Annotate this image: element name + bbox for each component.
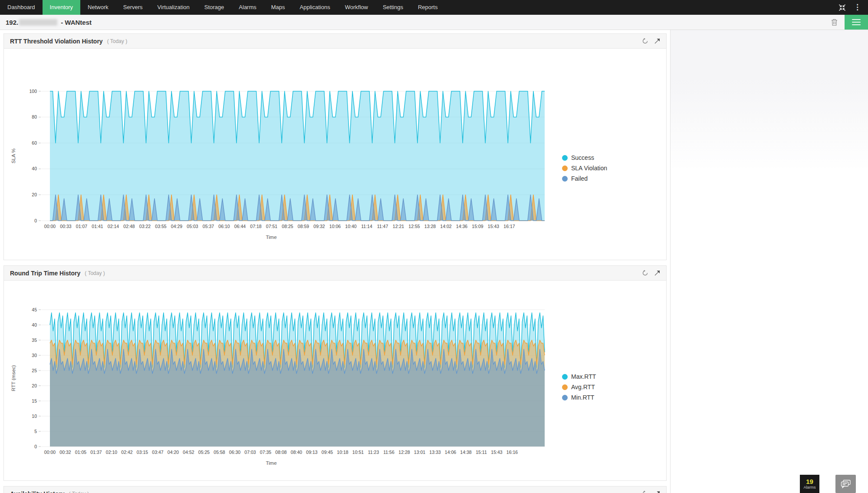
x-tick-label: 09:13	[306, 450, 317, 455]
y-axis-title: RTT (msec)	[11, 365, 16, 391]
x-tick-label: 08:08	[275, 450, 286, 455]
x-tick-label: 05:03	[187, 224, 198, 229]
y-tick-label: 40	[32, 322, 37, 328]
x-tick-label: 01:05	[75, 450, 86, 455]
x-tick-label: 03:15	[137, 450, 148, 455]
legend-item-sla-violation[interactable]: SLA Violation	[562, 165, 607, 172]
x-tick-label: 01:07	[76, 224, 87, 229]
y-tick-label: 60	[32, 140, 37, 146]
panel-availability-history: Availability History ( Today )	[3, 486, 667, 493]
legend-dot	[562, 395, 568, 400]
hamburger-menu-button[interactable]	[845, 15, 868, 30]
round-trip-time-chart: 05101520253035404500:0000:3201:0501:3702…	[7, 304, 547, 469]
x-tick-label: 03:55	[155, 224, 166, 229]
more-options-icon[interactable]: ⋮	[854, 0, 861, 15]
legend-dot	[562, 155, 568, 161]
y-tick-label: 35	[32, 337, 37, 343]
x-tick-label: 12:55	[408, 224, 420, 229]
nav-item-alarms[interactable]: Alarms	[231, 0, 263, 15]
x-tick-label: 09:45	[322, 450, 333, 455]
content-area: RTT Threshold Violation History ( Today …	[0, 30, 868, 493]
x-tick-label: 12:28	[398, 450, 410, 455]
x-tick-label: 10:18	[337, 450, 348, 455]
legend-item-failed[interactable]: Failed	[562, 175, 607, 182]
expand-icon[interactable]	[654, 270, 660, 276]
x-tick-label: 02:42	[121, 450, 132, 455]
legend-label: Min.RTT	[571, 394, 594, 401]
y-tick-label: 20	[32, 383, 37, 388]
nav-item-applications[interactable]: Applications	[293, 0, 338, 15]
device-ip-redacted	[19, 19, 57, 26]
x-tick-label: 14:36	[456, 224, 467, 229]
legend-item-avg-rtt[interactable]: Avg.RTT	[562, 384, 596, 390]
legend-item-success[interactable]: Success	[562, 154, 607, 161]
expand-icon[interactable]	[654, 38, 660, 44]
nav-item-maps[interactable]: Maps	[264, 0, 293, 15]
x-tick-label: 03:22	[139, 224, 151, 229]
x-tick-label: 08:25	[282, 224, 293, 229]
x-tick-label: 14:06	[445, 450, 456, 455]
x-tick-label: 11:14	[361, 224, 372, 229]
legend-label: Max.RTT	[571, 373, 596, 380]
x-tick-label: 15:43	[491, 450, 502, 455]
x-tick-label: 11:56	[383, 450, 395, 455]
expand-icon[interactable]	[654, 491, 660, 493]
device-bar: 192. - WANtest	[0, 15, 868, 30]
device-name: - WANtest	[61, 19, 92, 26]
nav-item-settings[interactable]: Settings	[375, 0, 411, 15]
x-tick-label: 05:58	[214, 450, 225, 455]
x-tick-label: 06:10	[218, 224, 230, 229]
nav-item-network[interactable]: Network	[80, 0, 116, 15]
nav-item-reports[interactable]: Reports	[411, 0, 445, 15]
legend-item-max-rtt[interactable]: Max.RTT	[562, 373, 596, 380]
collapse-icon[interactable]	[838, 4, 846, 11]
legend-label: Avg.RTT	[571, 384, 595, 390]
right-side-pane	[670, 30, 868, 493]
panel-header: Availability History ( Today )	[4, 486, 666, 493]
panel-round-trip-time: Round Trip Time History ( Today )	[3, 265, 667, 481]
panel-header: RTT Threshold Violation History ( Today …	[4, 34, 666, 49]
alarm-count-label: Alarms	[803, 485, 815, 490]
round-trip-time-chart-body: 05101520253035404500:0000:3201:0501:3702…	[4, 281, 666, 480]
nav-item-servers[interactable]: Servers	[116, 0, 150, 15]
x-tick-label: 04:29	[171, 224, 182, 229]
nav-right-icons: ⋮	[838, 0, 868, 15]
nav-item-virtualization[interactable]: Virtualization	[150, 0, 197, 15]
x-tick-label: 07:51	[266, 224, 277, 229]
y-tick-label: 100	[29, 89, 37, 94]
x-tick-label: 01:41	[92, 224, 103, 229]
x-tick-label: 06:44	[234, 224, 246, 229]
y-tick-label: 45	[32, 307, 37, 312]
legend-label: Success	[571, 154, 594, 161]
x-tick-label: 14:02	[440, 224, 451, 229]
nav-item-storage[interactable]: Storage	[197, 0, 232, 15]
refresh-icon[interactable]	[642, 270, 648, 276]
y-tick-label: 0	[34, 444, 37, 449]
delete-device-icon[interactable]	[831, 19, 838, 26]
y-tick-label: 25	[32, 368, 37, 373]
x-tick-label: 10:06	[329, 224, 341, 229]
nav-item-inventory[interactable]: Inventory	[43, 0, 80, 15]
refresh-icon[interactable]	[642, 38, 648, 44]
y-tick-label: 15	[32, 398, 37, 404]
panel-title: RTT Threshold Violation History	[10, 38, 103, 45]
panel-period: ( Today )	[85, 270, 105, 276]
x-tick-label: 04:20	[168, 450, 179, 455]
y-tick-label: 20	[32, 192, 37, 197]
x-tick-label: 14:38	[460, 450, 471, 455]
nav-item-dashboard[interactable]: Dashboard	[0, 0, 43, 15]
top-navigation: DashboardInventoryNetworkServersVirtuali…	[0, 0, 868, 15]
alarms-badge[interactable]: 19 Alarms	[800, 475, 819, 493]
nav-item-workflow[interactable]: Workflow	[338, 0, 375, 15]
rtt-threshold-chart-body: 02040608010000:0000:3301:0701:4102:1402:…	[4, 49, 666, 260]
panel-header: Round Trip Time History ( Today )	[4, 266, 666, 281]
legend-item-min-rtt[interactable]: Min.RTT	[562, 394, 596, 401]
y-tick-label: 30	[32, 353, 37, 358]
refresh-icon[interactable]	[642, 490, 648, 493]
feedback-chat-button[interactable]	[835, 475, 856, 493]
x-tick-label: 08:59	[298, 224, 309, 229]
legend-dot	[562, 374, 568, 380]
x-axis-title: Time	[266, 235, 276, 240]
main-column: RTT Threshold Violation History ( Today …	[0, 30, 670, 493]
panel-period: ( Today )	[69, 491, 89, 493]
